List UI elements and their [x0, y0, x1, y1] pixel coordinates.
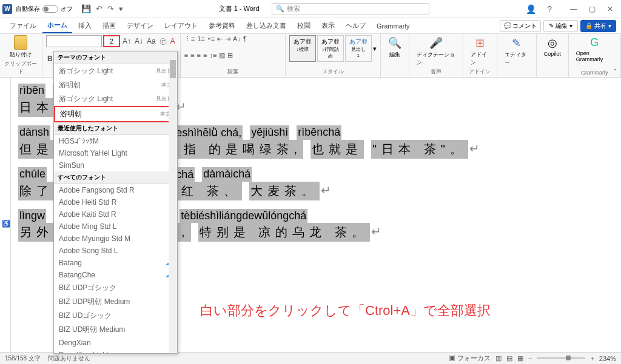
- indent-dec-icon[interactable]: ⇤: [217, 35, 223, 43]
- maximize-button[interactable]: ▢: [583, 2, 600, 16]
- editor-button[interactable]: ✎エディター: [501, 35, 532, 68]
- font-option[interactable]: BIZ UDPゴシック: [54, 281, 177, 295]
- phonetic-guide-icon[interactable]: ㋐: [158, 36, 168, 47]
- view-readmode-icon[interactable]: ▥: [495, 354, 502, 362]
- addin-icon: ⊞: [475, 36, 485, 50]
- bullets-icon[interactable]: ⋮≡: [184, 35, 195, 43]
- dropdown-scrollbar[interactable]: [169, 51, 177, 353]
- font-option[interactable]: DengXian: [54, 337, 177, 349]
- shading-icon[interactable]: ▨: [219, 51, 225, 59]
- addins-button[interactable]: ⊞アドイン: [467, 35, 493, 68]
- close-button[interactable]: ✕: [602, 2, 619, 16]
- align-center-icon[interactable]: ≡: [190, 51, 194, 59]
- show-marks-icon[interactable]: ¶: [243, 35, 247, 43]
- font-option[interactable]: Batang☁: [54, 257, 177, 269]
- find-button[interactable]: 🔍編集: [384, 35, 405, 60]
- clear-formatting-icon[interactable]: A: [169, 36, 176, 46]
- tab-draw[interactable]: 描画: [98, 19, 121, 33]
- styles-more-icon[interactable]: ▾: [373, 45, 377, 53]
- numbering-icon[interactable]: 1≡: [197, 35, 205, 43]
- tab-layout[interactable]: レイアウト: [159, 19, 203, 33]
- font-option[interactable]: 游明朝本文: [54, 106, 177, 122]
- collapse-ribbon-icon[interactable]: ⌃: [613, 68, 617, 74]
- change-case-icon[interactable]: Aa: [146, 36, 157, 46]
- styles-group: あア亜↓標準 あア亜↓行間詰め あア亜見出し 1 ▾ スタイル: [286, 34, 381, 77]
- tab-design[interactable]: デザイン: [122, 19, 158, 33]
- style-normal[interactable]: あア亜↓標準: [289, 35, 316, 62]
- tab-mailings[interactable]: 差し込み文書: [241, 19, 291, 33]
- style-heading1[interactable]: あア亜見出し 1: [345, 35, 372, 62]
- font-option[interactable]: Microsoft YaHei Light: [54, 147, 177, 159]
- tab-references[interactable]: 参考資料: [204, 19, 240, 33]
- help-icon[interactable]: ?: [545, 3, 554, 15]
- tab-insert[interactable]: 挿入: [73, 19, 96, 33]
- paste-button[interactable]: 貼り付け: [4, 35, 38, 59]
- style-nospacing[interactable]: あア亜↓行間詰め: [317, 35, 344, 62]
- zoom-in-icon[interactable]: +: [590, 355, 594, 362]
- ribbon-tabs: ファイル ホーム 挿入 描画 デザイン レイアウト 参考資料 差し込み文書 校閲…: [0, 18, 621, 34]
- justify-icon[interactable]: ≡: [203, 51, 207, 59]
- save-icon[interactable]: 💾: [80, 3, 92, 15]
- accessibility-status[interactable]: 問題ありません: [48, 354, 90, 363]
- redo-icon[interactable]: ↷: [106, 3, 115, 15]
- line-spacing-icon[interactable]: ↕≡: [209, 51, 217, 59]
- font-option[interactable]: 游明朝本文: [54, 78, 177, 92]
- dictate-button[interactable]: 🎤ディクテーション: [413, 35, 459, 68]
- word-count[interactable]: 158/158 文字: [5, 354, 41, 363]
- toggle-icon[interactable]: [42, 5, 58, 13]
- search-input[interactable]: 🔍 検索: [272, 3, 429, 15]
- align-left-icon[interactable]: ≡: [184, 51, 188, 59]
- focus-button[interactable]: ▣ フォーカス: [449, 354, 491, 363]
- tab-review[interactable]: 校閲: [292, 19, 315, 33]
- accessibility-icon[interactable]: ♿: [2, 220, 10, 228]
- font-option[interactable]: Adobe Heiti Std R: [54, 196, 177, 208]
- font-option[interactable]: 游ゴシック Light見出し: [54, 92, 177, 106]
- borders-icon[interactable]: ⊞: [227, 51, 233, 59]
- tab-home[interactable]: ホーム: [42, 18, 72, 33]
- view-print-icon[interactable]: ▤: [506, 354, 512, 362]
- font-option[interactable]: DengXian Light: [54, 349, 177, 354]
- undo-icon[interactable]: ↶: [95, 3, 104, 15]
- share-button[interactable]: 🔒 共有 ▾: [580, 20, 616, 32]
- font-option[interactable]: Adobe Fangsong Std R: [54, 184, 177, 196]
- font-option[interactable]: Adobe Song Std L: [54, 245, 177, 257]
- tab-view[interactable]: 表示: [317, 19, 340, 33]
- minimize-button[interactable]: —: [565, 2, 582, 16]
- font-option[interactable]: BatangChe☁: [54, 269, 177, 281]
- font-option[interactable]: BIZ UD明朝 Medium: [54, 323, 177, 337]
- vertical-ruler[interactable]: [0, 78, 11, 352]
- font-option[interactable]: HGSｺﾞｼｯｸM: [54, 135, 177, 147]
- editing-mode-button[interactable]: ✎ 編集 ▾: [543, 20, 578, 32]
- align-right-icon[interactable]: ≡: [197, 51, 201, 59]
- grammarly-button[interactable]: GOpen Grammarly: [572, 35, 617, 64]
- font-option[interactable]: Adobe Kaiti Std R: [54, 208, 177, 220]
- view-web-icon[interactable]: ▦: [517, 354, 523, 362]
- account-icon[interactable]: 👤: [523, 3, 539, 15]
- zoom-level[interactable]: 234%: [599, 355, 616, 362]
- shrink-font-icon[interactable]: A↓: [133, 36, 144, 46]
- zoom-out-icon[interactable]: −: [528, 355, 532, 362]
- font-option[interactable]: SimSun: [54, 159, 177, 171]
- tab-help[interactable]: ヘルプ: [341, 19, 371, 33]
- addin-group: ⊞アドイン アドイン: [463, 34, 497, 77]
- font-option[interactable]: Adobe Myungjo Std M: [54, 233, 177, 245]
- comments-button[interactable]: 💬 コメント: [500, 20, 542, 32]
- font-size-input[interactable]: 2: [103, 35, 120, 47]
- bold-button[interactable]: B: [46, 54, 54, 64]
- grow-font-icon[interactable]: A↑: [121, 36, 132, 46]
- font-option[interactable]: Adobe Ming Std L: [54, 220, 177, 233]
- indent-inc-icon[interactable]: ⇥: [225, 35, 230, 43]
- zoom-slider[interactable]: [537, 357, 585, 359]
- copilot-button[interactable]: ◎Copilot: [540, 35, 565, 58]
- font-option[interactable]: 游ゴシック Light見出し: [54, 64, 177, 78]
- font-option[interactable]: BIZ UDP明朝 Medium: [54, 295, 177, 309]
- theme-fonts-header: テーマのフォント: [54, 51, 177, 64]
- tab-file[interactable]: ファイル: [5, 19, 41, 33]
- qat-dropdown-icon[interactable]: ▾: [118, 3, 124, 15]
- tab-grammarly[interactable]: Grammarly: [372, 20, 414, 32]
- autosave-toggle[interactable]: 自動保存 オフ: [16, 5, 73, 13]
- font-name-input[interactable]: [46, 35, 102, 47]
- sort-icon[interactable]: A↓: [233, 35, 241, 43]
- multilevel-icon[interactable]: ‣≡: [207, 35, 215, 43]
- font-option[interactable]: BIZ UDゴシック: [54, 309, 177, 323]
